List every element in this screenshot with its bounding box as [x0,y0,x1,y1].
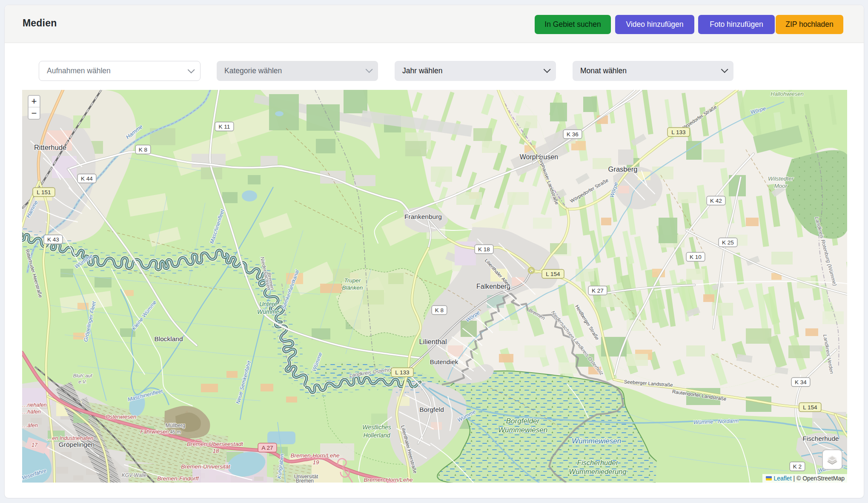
svg-text:K 8: K 8 [139,147,147,153]
svg-text:L 154: L 154 [803,404,817,411]
svg-text:…äfen: …äfen [22,423,38,428]
svg-text:K 8: K 8 [435,307,444,313]
svg-text:Wümmewiesen: Wümmewiesen [572,437,621,445]
svg-text:L 154: L 154 [546,271,560,277]
svg-text:Ritterhude: Ritterhude [34,144,66,151]
svg-text:Truper: Truper [344,277,361,284]
svg-text:Bremen-Horn/Lehe: Bremen-Horn/Lehe [364,477,413,483]
svg-text:K 2: K 2 [793,463,802,470]
svg-text:Hollerland: Hollerland [363,432,390,439]
svg-text:Blockland: Blockland [154,335,183,342]
svg-text:45 m: 45 m [170,429,181,434]
svg-text:K 10: K 10 [690,254,702,260]
svg-text:K 36: K 36 [567,131,579,138]
svg-text:Fischerhuder: Fischerhuder [577,459,619,466]
svg-text:Bremen-Universität: Bremen-Universität [181,463,231,470]
svg-text:Bremen-Horn/Lehe: Bremen-Horn/Lehe [291,452,340,459]
svg-text:Bremen-Überseestadt: Bremen-Überseestadt [187,441,243,447]
svg-text:Blänken: Blänken [342,285,363,291]
svg-text:A 27: A 27 [261,445,273,451]
svg-text:Fischerhude: Fischerhude [802,435,839,442]
svg-text:Bluh' auf: Bluh' auf [73,373,93,378]
svg-text:Frankenburg: Frankenburg [404,213,442,220]
svg-text:Moor: Moor [774,183,788,189]
svg-text:Gröpelingen: Gröpelingen [59,441,95,448]
svg-text:Borgfeld: Borgfeld [419,406,444,413]
svg-text:…en Industriehafen: …en Industriehafen [47,435,93,441]
svg-text:Borgfelder: Borgfelder [506,417,540,425]
svg-text:Müllberg: Müllberg [166,423,185,428]
svg-text:K 11: K 11 [219,124,230,130]
svg-text:K 27: K 27 [592,287,604,294]
svg-text:Osterwiesen: Osterwiesen [106,414,136,420]
svg-text:Butendiek: Butendiek [430,358,458,365]
svg-text:Wilstedter: Wilstedter [768,175,794,182]
svg-text:18: 18 [212,448,219,454]
svg-text:L 133: L 133 [395,369,409,376]
svg-text:K 18: K 18 [478,246,490,253]
svg-text:19: 19 [312,459,319,466]
svg-text:Fahrwiesen: Fahrwiesen [140,428,169,435]
svg-text:Lilienthal: Lilienthal [419,338,447,345]
svg-text:L 133: L 133 [671,129,685,135]
svg-text:e.V.: e.V. [78,379,87,384]
svg-text:Westliches: Westliches [362,424,391,431]
svg-text:K 42: K 42 [710,198,722,204]
svg-text:K 25: K 25 [722,239,734,246]
svg-text:…riehafen: …riehafen [22,402,47,408]
svg-text:K 43: K 43 [47,236,59,243]
svg-text:Hallohwiesen: Hallohwiesen [771,91,803,97]
svg-text:Wümmewiesen: Wümmewiesen [498,426,547,434]
svg-text:K 44: K 44 [81,175,93,182]
svg-text:Wümmeniederung: Wümmeniederung [569,468,627,475]
svg-text:17: 17 [32,442,38,448]
svg-text:Bremen-Findorff: Bremen-Findorff [157,475,199,482]
svg-text:KGV-Walle: KGV-Walle [122,472,147,478]
svg-text:L 151: L 151 [37,189,51,195]
svg-text:Grasberg: Grasberg [608,165,638,173]
svg-text:Wümme: Wümme [257,308,279,315]
svg-text:K 34: K 34 [795,379,807,385]
svg-text:Untere: Untere [259,301,277,308]
svg-text:Bremen: Bremen [296,478,314,483]
svg-text:…häfen: …häfen [22,409,41,415]
